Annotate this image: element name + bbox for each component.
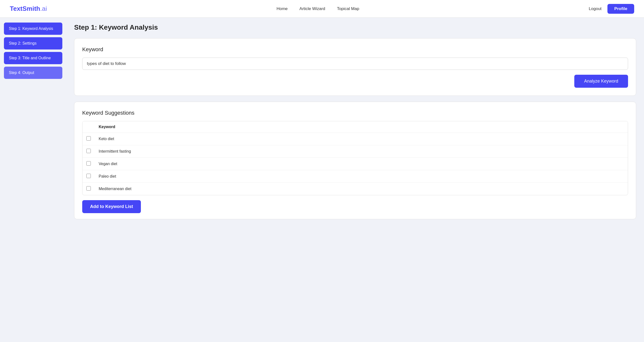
keyword-cell-0: Keto diet bbox=[95, 133, 628, 145]
nav-topical-map[interactable]: Topical Map bbox=[337, 6, 359, 11]
main-content: Step 1: Keyword Analysis Keyword Analyze… bbox=[66, 18, 644, 342]
row-checkbox-2[interactable] bbox=[86, 161, 91, 166]
add-to-keyword-list-button[interactable]: Add to Keyword List bbox=[82, 200, 141, 213]
profile-button[interactable]: Profile bbox=[608, 4, 634, 14]
keyword-cell-4: Mediterranean diet bbox=[95, 183, 628, 195]
keyword-card: Keyword Analyze Keyword bbox=[74, 38, 636, 96]
layout: Step 1: Keyword Analysis Step 2: Setting… bbox=[0, 18, 644, 342]
header-right: Logout Profile bbox=[589, 4, 634, 14]
analyze-keyword-button[interactable]: Analyze Keyword bbox=[574, 75, 628, 88]
sidebar: Step 1: Keyword Analysis Step 2: Setting… bbox=[0, 18, 66, 342]
table-row: Intermittent fasting bbox=[82, 145, 628, 158]
nav-article-wizard[interactable]: Article Wizard bbox=[300, 6, 325, 11]
table-row: Keto diet bbox=[82, 133, 628, 145]
suggestions-title: Keyword Suggestions bbox=[82, 110, 628, 116]
logo-ai: .ai bbox=[40, 5, 47, 12]
sidebar-item-step3[interactable]: Step 3: Title and Outline bbox=[4, 52, 62, 64]
table-row: Mediterranean diet bbox=[82, 183, 628, 195]
analyze-btn-wrapper: Analyze Keyword bbox=[82, 75, 628, 88]
sidebar-item-step4[interactable]: Step 4: Output bbox=[4, 67, 62, 79]
row-checkbox-0[interactable] bbox=[86, 136, 91, 141]
sidebar-item-step2[interactable]: Step 2: Settings bbox=[4, 37, 62, 49]
keyword-cell-2: Vegan diet bbox=[95, 158, 628, 170]
keyword-section-title: Keyword bbox=[82, 46, 628, 53]
logo: TextSmith.ai bbox=[10, 5, 47, 12]
sidebar-item-step1[interactable]: Step 1: Keyword Analysis bbox=[4, 22, 62, 35]
keyword-cell-3: Paleo diet bbox=[95, 170, 628, 183]
checkbox-column-header bbox=[82, 121, 95, 133]
row-checkbox-3[interactable] bbox=[86, 174, 91, 178]
suggestions-table-wrapper: Keyword Keto diet Intermittent fasting bbox=[82, 121, 628, 195]
suggestions-table: Keyword Keto diet Intermittent fasting bbox=[82, 121, 628, 195]
keyword-input[interactable] bbox=[82, 58, 628, 70]
logo-text: TextSmith bbox=[10, 5, 40, 12]
header: TextSmith.ai Home Article Wizard Topical… bbox=[0, 0, 644, 18]
table-row: Paleo diet bbox=[82, 170, 628, 183]
table-row: Vegan diet bbox=[82, 158, 628, 170]
main-nav: Home Article Wizard Topical Map bbox=[276, 6, 359, 11]
keyword-column-header: Keyword bbox=[95, 121, 628, 133]
row-checkbox-1[interactable] bbox=[86, 149, 91, 153]
suggestions-card: Keyword Suggestions Keyword Keto diet bbox=[74, 102, 636, 219]
row-checkbox-4[interactable] bbox=[86, 186, 91, 191]
logout-button[interactable]: Logout bbox=[589, 6, 602, 11]
keyword-cell-1: Intermittent fasting bbox=[95, 145, 628, 158]
nav-home[interactable]: Home bbox=[276, 6, 288, 11]
page-title: Step 1: Keyword Analysis bbox=[74, 23, 636, 31]
